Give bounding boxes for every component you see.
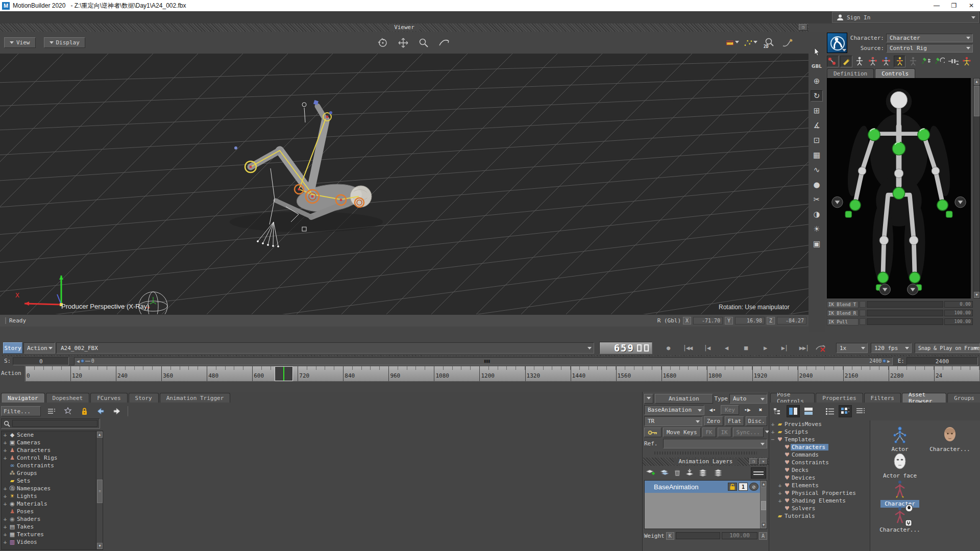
tree-row[interactable]: + ◆ Scene [2, 431, 103, 439]
float-panel-button[interactable]: ❐ [749, 458, 758, 465]
sign-in-button[interactable]: Sign In [832, 12, 979, 23]
details-view-icon[interactable] [854, 405, 867, 417]
body-part-keying-icon[interactable] [867, 56, 879, 67]
loop-off-button[interactable] [813, 342, 830, 354]
frame-counter-display[interactable]: 659 [599, 342, 652, 354]
asset-character-extension[interactable]: Character... [875, 506, 924, 533]
play-backward-button[interactable]: ◀ [718, 342, 735, 354]
x-axis-value[interactable]: -71.70 [693, 317, 723, 324]
edit-pencil-icon[interactable] [840, 56, 852, 67]
layout-tool-icon[interactable]: ∡ [811, 120, 823, 131]
x-axis-chip[interactable]: X [683, 317, 691, 324]
reference-dropdown[interactable] [663, 439, 767, 448]
tree-expander[interactable]: + [2, 447, 9, 454]
scale-tool-icon[interactable]: ⊞ [811, 105, 823, 116]
ik-key-toggle[interactable] [860, 318, 866, 325]
weight-auto-button[interactable]: A [759, 532, 767, 540]
pen-tool-icon[interactable] [781, 37, 794, 49]
start-frame-field[interactable]: 0 [13, 357, 69, 365]
filter-button[interactable]: Filte... [1, 406, 41, 416]
ik-button[interactable]: IK [718, 428, 731, 437]
ik-blend-r-value[interactable]: 100.00 [944, 310, 973, 316]
stop-button[interactable]: ■ [737, 342, 754, 354]
key-controls-menu-button[interactable] [644, 394, 653, 404]
translate-tool-icon[interactable]: ⊕ [811, 76, 823, 87]
list-view-icon[interactable] [823, 405, 837, 417]
weight-slider[interactable] [676, 532, 720, 539]
tree-scrollbar[interactable]: ▲ ≡ ▼ [96, 431, 103, 549]
current-take-field[interactable]: A24_002_FBX [56, 342, 594, 354]
delete-layer-icon[interactable] [674, 468, 681, 478]
playback-speed-dropdown[interactable]: 1x [836, 343, 868, 353]
split-view-icon[interactable] [787, 405, 800, 417]
view-menu-button[interactable]: View [4, 37, 36, 48]
viewport-3d[interactable]: X Producer Perspective (X-Ray) Rotation:… [0, 54, 808, 314]
tree-row[interactable]: ♥ Solvers [769, 505, 870, 512]
layer-solo-badge[interactable]: 1 [739, 483, 748, 491]
tab[interactable]: Navigator [1, 393, 45, 403]
lock-icon[interactable] [79, 406, 90, 416]
discontinuity-button[interactable]: Disc. [746, 416, 767, 426]
tree-row[interactable]: ♥ Commands [769, 451, 870, 459]
previous-key-button[interactable]: |◀ [698, 342, 716, 354]
end-frame-field[interactable]: 2400 [906, 357, 978, 365]
ik-blend-r-slider[interactable] [867, 310, 943, 316]
tree-expander[interactable]: + [776, 497, 783, 504]
animation-layer-dropdown[interactable]: BaseAnimation [644, 405, 704, 415]
sphere-tool-icon[interactable]: ● [811, 179, 823, 190]
tree-expander[interactable]: − [769, 436, 776, 443]
snap-mode-dropdown[interactable]: Snap & Play on Frames [915, 343, 980, 353]
source-select-dropdown[interactable]: Control Rig [886, 44, 973, 53]
orbit-camera-icon[interactable] [376, 37, 389, 49]
ik-key-toggle[interactable] [860, 301, 866, 308]
tab[interactable]: Pose Controls [770, 393, 815, 403]
tree-expander[interactable]: + [2, 432, 9, 438]
back-arrow-icon[interactable] [95, 406, 106, 416]
merge-layer-icon[interactable] [685, 468, 694, 478]
pin-translate-icon[interactable] [921, 56, 933, 67]
duplicate-layer-icon[interactable] [659, 468, 670, 478]
y-axis-chip[interactable]: Y [725, 317, 733, 324]
layer-mute-icon[interactable]: ⊘ [749, 483, 758, 491]
light-toggle-icon[interactable]: ☀ [811, 223, 823, 235]
tree-row[interactable]: + ♥ Shading Elements [769, 497, 870, 505]
float-panel-button[interactable]: ❐ [799, 24, 807, 31]
curve-tool-icon[interactable]: ∿ [811, 164, 823, 176]
character-select-dropdown[interactable]: Character [886, 34, 973, 42]
tree-row[interactable]: ♥ Devices [769, 474, 870, 482]
range-center-handle[interactable]: ▮▮▮ [483, 358, 489, 364]
character-representation[interactable] [827, 78, 971, 298]
shading-toggle-icon[interactable]: ◑ [811, 209, 823, 220]
select-tool-icon[interactable] [811, 46, 823, 57]
tree-row[interactable]: + ♟ Control Rigs [2, 454, 103, 462]
sync-button[interactable]: Sync... [733, 428, 764, 437]
tree-expander[interactable]: + [2, 500, 9, 507]
horizontal-split-icon[interactable] [802, 405, 815, 417]
maximize-button[interactable]: ❐ [945, 0, 963, 11]
y-axis-value[interactable]: 16.98 [735, 317, 765, 324]
ik-pull-value[interactable]: 100.00 [944, 318, 973, 325]
animation-button[interactable]: Animation [655, 394, 713, 404]
tree-expander[interactable]: + [2, 493, 9, 499]
zoom-2d-icon[interactable]: 2D [763, 37, 776, 49]
tree-row[interactable]: ⁂ Groups [2, 469, 103, 477]
tab[interactable]: Controls [875, 68, 915, 78]
search-input[interactable] [12, 420, 97, 427]
tree-row[interactable]: + ▰ PrevisMoves [769, 420, 870, 428]
story-mode-button[interactable]: Story [3, 342, 22, 354]
tree-expander[interactable]: + [2, 439, 9, 446]
set-key-button[interactable]: Key [721, 405, 739, 415]
tree-row[interactable]: ▰ Tutorials [769, 512, 870, 520]
layers-list-menu-icon[interactable] [751, 467, 766, 479]
tree-expander[interactable]: + [2, 531, 9, 538]
ik-blend-t-slider[interactable] [867, 301, 943, 308]
tree-row[interactable]: ▰ Sets [2, 477, 103, 485]
tab[interactable]: Definition [827, 68, 874, 78]
next-key-button[interactable]: ▶| [776, 342, 793, 354]
pivot-tool-icon[interactable]: ⊡ [811, 135, 823, 146]
tab[interactable]: Asset Browser [902, 393, 946, 403]
tab[interactable]: Story [129, 393, 159, 403]
layers-scrollbar[interactable]: ▲ ▼ [760, 481, 767, 529]
mirror-pose-icon[interactable] [947, 56, 960, 67]
inactive-figure-icon[interactable] [907, 56, 919, 67]
